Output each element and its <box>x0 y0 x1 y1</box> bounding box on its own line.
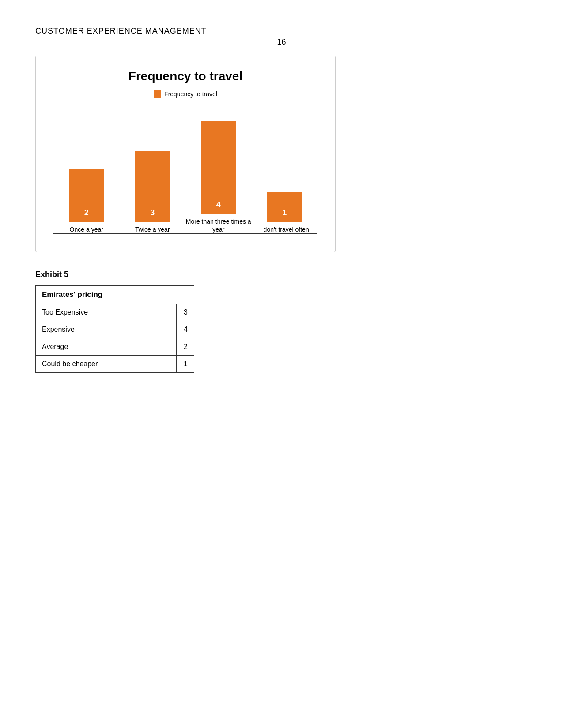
page-number: 16 <box>35 38 528 47</box>
bar-axis-label: More than three times a year <box>185 218 252 233</box>
bar-value-label: 2 <box>84 208 89 218</box>
pricing-category: Expensive <box>36 321 177 338</box>
legend-color-swatch <box>154 90 161 98</box>
bar-group: 2Once a year <box>53 169 120 233</box>
pricing-value: 1 <box>177 356 194 373</box>
chart-title: Frequency to travel <box>53 69 317 83</box>
chart-legend: Frequency to travel <box>53 90 317 98</box>
pricing-category: Average <box>36 338 177 356</box>
bar: 1 <box>267 192 302 222</box>
pricing-category: Too Expensive <box>36 304 177 321</box>
pricing-category: Could be cheaper <box>36 356 177 373</box>
bar-chart: 2Once a year3Twice a year4More than thre… <box>53 111 317 234</box>
bar-axis-label: Once a year <box>70 225 103 233</box>
table-row: Could be cheaper1 <box>36 356 194 373</box>
pricing-value: 3 <box>177 304 194 321</box>
bar-value-label: 1 <box>282 208 287 218</box>
table-row: Average2 <box>36 338 194 356</box>
bar: 4 <box>201 121 236 214</box>
pricing-value: 4 <box>177 321 194 338</box>
bar-group: 4More than three times a year <box>185 121 252 233</box>
legend-label: Frequency to travel <box>164 90 217 98</box>
bar-value-label: 4 <box>216 200 221 210</box>
bar-axis-label: Twice a year <box>135 225 170 233</box>
pricing-table: Emirates' pricing Too Expensive3Expensiv… <box>35 285 194 373</box>
table-row: Too Expensive3 <box>36 304 194 321</box>
bar-value-label: 3 <box>150 208 155 218</box>
bar: 3 <box>135 151 170 222</box>
table-header: Emirates' pricing <box>36 286 194 304</box>
chart-container: Frequency to travel Frequency to travel … <box>35 56 336 252</box>
bar: 2 <box>69 169 104 222</box>
bar-group: 3Twice a year <box>120 151 186 233</box>
pricing-value: 2 <box>177 338 194 356</box>
header-title: CUSTOMER EXPERIENCE MANAGEMENT <box>35 26 528 36</box>
exhibit-section: Exhibit 5 Emirates' pricing Too Expensiv… <box>35 270 528 373</box>
table-row: Expensive4 <box>36 321 194 338</box>
bar-axis-label: I don't travel often <box>260 225 309 233</box>
bar-group: 1I don't travel often <box>252 192 318 233</box>
exhibit-label: Exhibit 5 <box>35 270 528 279</box>
